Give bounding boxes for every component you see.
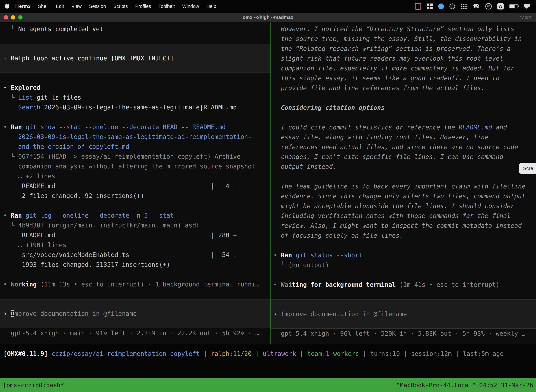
text-segment: changes, I can't cite specific file line… xyxy=(273,153,503,160)
menu-help[interactable]: Help xyxy=(203,4,220,9)
text-segment: 2 files changed, 92 insertions(+) xyxy=(3,192,144,199)
text-segment: • xyxy=(273,281,281,288)
text-segment: … +2 lines xyxy=(3,173,55,180)
terminal-line: companion analysis without altering the … xyxy=(3,161,270,171)
blank-line xyxy=(273,112,536,122)
text-segment: Ran xyxy=(281,252,292,259)
text-segment: No agents completed yet xyxy=(18,25,103,33)
menu-profiles[interactable]: Profiles xyxy=(132,4,155,9)
blank-line xyxy=(3,112,270,122)
text-segment: | xyxy=(452,350,463,357)
badge-61-icon[interactable]: .61 xyxy=(485,3,492,9)
text-segment: └ 067f154 (HEAD -> essay/ai-reimplementa… xyxy=(3,153,241,160)
text-segment: companion analysis without altering the … xyxy=(3,163,255,170)
text-segment: | xyxy=(359,350,370,357)
menu-edit[interactable]: Edit xyxy=(52,4,68,9)
text-segment: README.md xyxy=(459,124,492,131)
blank-line xyxy=(273,93,536,103)
text-segment: ultrawork xyxy=(263,350,296,357)
terminal-line: review. Also, I might want to inspect th… xyxy=(273,221,536,231)
minimize-button[interactable] xyxy=(11,15,15,19)
text-segment: Search xyxy=(18,104,40,111)
text-segment: mprove documentation in @filename xyxy=(14,310,137,317)
text-segment: • xyxy=(3,212,11,219)
text-segment: [OMX#0.11.9] xyxy=(3,350,52,357)
text-segment: git show --stat --oneline --decorate HEA… xyxy=(22,123,226,131)
apple-menu-icon[interactable] xyxy=(5,3,10,9)
menu-toolbelt[interactable]: Toolbelt xyxy=(155,4,178,9)
menu-session[interactable]: Session xyxy=(85,4,110,9)
text-segment: this single essay, it seems like a good … xyxy=(273,75,499,82)
screen-notification[interactable]: Scre xyxy=(519,163,536,174)
tmux-session-label[interactable]: [omx-cczip0:bash* xyxy=(3,382,64,389)
window-title: omx --xhigh --madmax xyxy=(0,15,536,20)
text-segment: (1m 41s • esc to interrupt) xyxy=(396,281,499,288)
text-segment: and xyxy=(492,124,507,131)
grid-icon[interactable] xyxy=(427,4,433,9)
text-cursor: I xyxy=(11,310,14,317)
text-segment: (11m 13s • esc to interrupt) · 1 backgro… xyxy=(37,281,259,288)
text-segment: of focusing solely on file lines. xyxy=(273,232,403,239)
text-segment: gpt-5.4 xhigh · main · 91% left · 2.31M … xyxy=(3,330,259,337)
tmux-host-time-label: "MacBook-Pro-44.local" 04:52 31-Mar-26 xyxy=(396,382,533,389)
text-segment: The team guideline is to back every impo… xyxy=(273,183,526,190)
blank-line xyxy=(3,289,270,299)
text-segment: | xyxy=(200,350,211,357)
blank-line xyxy=(3,34,270,44)
text-segment: 2026-03-09-is-legal-the-same-as-legitima… xyxy=(3,133,252,140)
terminal-line: └ (no output) xyxy=(273,260,536,270)
zoom-button[interactable] xyxy=(18,15,23,19)
input-source-icon[interactable]: A xyxy=(497,3,504,9)
prompt-input-right-line: › Improve documentation in @filename xyxy=(273,309,536,319)
text-segment: Ran xyxy=(11,123,22,131)
terminal-line: src/voice/voiceModeEnabled.ts | 54 + xyxy=(3,250,270,260)
text-segment: essay file, along with finding root file… xyxy=(273,134,488,141)
terminal-line: 2026-03-09-is-legal-the-same-as-legitima… xyxy=(3,132,270,142)
terminal-line: I could cite commit statistics or refere… xyxy=(273,122,536,132)
prompt-input-left[interactable]: › Improve documentation in @filename xyxy=(0,299,270,328)
menu-status-icons: .61A xyxy=(415,3,530,10)
menu-left: iTerm2ShellEditViewSessionScriptsProfile… xyxy=(5,3,220,9)
text-segment: └ 4b9d30f (origin/main, instructkr/main,… xyxy=(3,222,200,229)
terminal-line: the “Related research writing” section i… xyxy=(273,44,536,54)
screen-notification-label: Scre xyxy=(523,166,533,171)
blank-line xyxy=(3,73,270,83)
menu-window[interactable]: Window xyxy=(178,4,203,9)
ralph-loop-banner: › Ralph loop active continue [OMX_TMUX_I… xyxy=(0,44,270,73)
phone-icon[interactable] xyxy=(473,3,480,10)
text-segment: evidence. Since this change only affects… xyxy=(273,193,526,200)
blank-line xyxy=(273,240,536,250)
dots-grid-icon[interactable] xyxy=(461,3,467,9)
text-segment: ralph:11/20 xyxy=(211,350,252,357)
menu-view[interactable]: View xyxy=(68,4,85,9)
screen-recording-icon[interactable] xyxy=(415,3,421,10)
wifi-icon[interactable] xyxy=(524,4,530,9)
blank-line xyxy=(273,289,536,299)
omx-status-line: [OMX#0.11.9] cczip/essay/ai-reimplementa… xyxy=(3,349,536,359)
right-terminal-pane[interactable]: However, I noticed the “Directory Struct… xyxy=(270,23,536,344)
terminal-line: this single essay, it seems like a good … xyxy=(273,73,536,83)
text-segment: king xyxy=(22,281,37,288)
text-segment: might be acceptable alongside the file l… xyxy=(273,202,514,210)
text-segment: └ xyxy=(3,25,18,33)
close-button[interactable] xyxy=(4,15,8,19)
text-segment: › xyxy=(273,311,281,317)
prompt-input-right[interactable]: › Improve documentation in @filename xyxy=(271,299,536,329)
terminal-line: The team guideline is to back every impo… xyxy=(273,182,536,191)
menu-shell[interactable]: Shell xyxy=(34,4,52,9)
menu-iterm2[interactable]: iTerm2 xyxy=(12,4,34,9)
text-segment: 1903 files changed, 513517 insertions(+) xyxy=(3,261,170,268)
blue-app-icon[interactable] xyxy=(438,4,444,9)
text-segment: └ xyxy=(3,94,18,101)
battery-icon[interactable] xyxy=(509,4,518,9)
left-terminal-pane[interactable]: └ No agents completed yet› Ralph loop ac… xyxy=(0,23,270,344)
text-segment: slight risk that future readers may over… xyxy=(273,55,503,62)
text-segment: output instead. xyxy=(273,163,336,170)
window-shortcut-badge: ⌥⌘1 xyxy=(519,15,531,20)
dark-app-icon[interactable] xyxy=(450,4,455,9)
text-segment: companion file, especially if more comme… xyxy=(273,65,514,72)
terminal-line: … +1901 lines xyxy=(3,240,270,250)
window-title-bar[interactable]: omx --xhigh --madmax ⌥⌘1 xyxy=(0,13,536,23)
terminal-line: 1903 files changed, 513517 insertions(+) xyxy=(3,260,270,270)
menu-scripts[interactable]: Scripts xyxy=(110,4,132,9)
